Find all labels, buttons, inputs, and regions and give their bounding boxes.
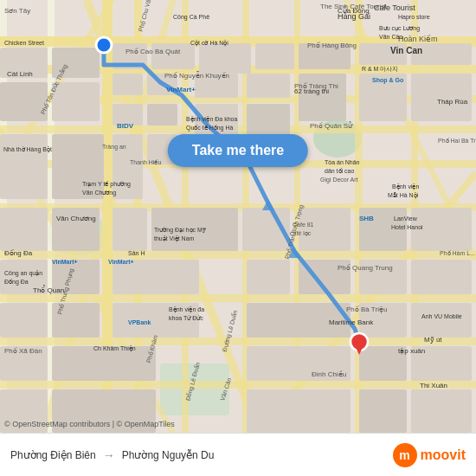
svg-rect-60 [299,208,351,251]
svg-text:Bưu cục Lương: Bưu cục Lương [379,25,420,32]
svg-rect-36 [113,74,143,95]
svg-rect-32 [255,43,294,69]
svg-text:SHB: SHB [359,215,374,222]
svg-text:Đống Đa: Đống Đa [4,279,29,286]
svg-text:dân tối cao: dân tối cao [325,168,354,174]
svg-text:Quốc tế Hồng Hà: Quốc tế Hồng Hà [186,125,234,132]
svg-rect-75 [411,303,472,338]
svg-text:Trạm Y tế phường: Trạm Y tế phường [82,181,131,188]
svg-text:khoa Tứ Đức: khoa Tứ Đức [169,315,203,321]
svg-text:BIDV: BIDV [117,122,134,130]
svg-rect-65 [113,260,199,294]
take-me-there-button[interactable]: Take me there [168,134,308,167]
svg-text:Thi Xuân: Thi Xuân [420,382,447,389]
route-arrow: → [103,448,115,462]
map: Cafe Tourist Vin Can Hoàn Kiếm Hàng Gai … [0,0,476,433]
svg-text:Trường Đại học Mỹ: Trường Đại học Mỹ [154,227,206,234]
svg-text:Hoàn Kiếm: Hoàn Kiếm [398,35,438,43]
svg-text:Cửa Đông: Cửa Đông [338,6,370,15]
svg-rect-57 [113,208,147,251]
svg-text:Phố Quân Sử: Phố Quân Sử [310,121,353,130]
svg-text:Mỹ út: Mỹ út [424,336,442,344]
end-location: Phường Nguyễn Du [122,449,215,461]
svg-text:Tòa án Nhân: Tòa án Nhân [325,159,360,165]
svg-text:Đinh Chiều: Đinh Chiều [312,370,346,378]
svg-text:Phố Bà Triệu: Phố Bà Triệu [346,306,387,313]
svg-text:Phố Quang Trung: Phố Quang Trung [338,264,393,272]
svg-text:Vin Can: Vin Can [390,46,422,55]
svg-text:Cột cờ Hà Nội: Cột cờ Hà Nội [190,40,228,47]
svg-text:Phố Xã Đàn: Phố Xã Đàn [4,347,42,355]
svg-text:Sân H: Sân H [128,250,145,256]
svg-text:Đống Đa: Đống Đa [4,249,33,257]
svg-rect-84 [359,389,407,433]
svg-text:Sơn Tây: Sơn Tây [4,7,30,15]
svg-text:Gigi Decor Art: Gigi Decor Art [320,177,358,183]
svg-text:VinMart+: VinMart+ [52,259,78,265]
svg-text:Shop & Go: Shop & Go [372,77,403,84]
svg-text:Văn Chương: Văn Chương [82,190,116,196]
svg-rect-45 [52,82,100,121]
svg-text:VPBank: VPBank [128,319,151,325]
svg-rect-40 [299,74,346,121]
svg-rect-46 [0,82,48,121]
moovit-icon: m [393,443,417,467]
svg-rect-66 [247,260,290,294]
svg-text:Công Cà Phê: Công Cà Phê [173,14,209,21]
svg-text:Cát Linh: Cát Linh [7,70,33,78]
svg-text:Tràng an: Tràng an [102,144,126,151]
svg-text:café lọc: café lọc [290,230,312,237]
bottom-bar: Phường Điện Biên → Phường Nguyễn Du m mo… [0,433,476,476]
svg-rect-77 [52,346,156,381]
svg-rect-55 [0,208,48,251]
svg-text:Nhà thờ Hàng Bột: Nhà thờ Hàng Bột [3,146,52,153]
svg-rect-70 [0,303,48,338]
svg-text:Maritime Bank: Maritime Bank [329,318,374,326]
moovit-logo: m moovit [393,443,466,467]
svg-text:Tháp Rùa: Tháp Rùa [437,98,468,106]
svg-rect-48 [147,104,177,125]
svg-text:Hapro store: Hapro store [398,14,430,21]
moovit-brand: moovit [421,447,466,463]
svg-rect-51 [0,134,48,199]
svg-text:Bệnh viện: Bệnh viện [392,183,419,190]
svg-text:VinMart+: VinMart+ [166,86,196,93]
svg-rect-31 [199,43,251,74]
route-info: Phường Điện Biên → Phường Nguyễn Du [10,448,393,462]
svg-rect-85 [411,389,472,433]
svg-text:Thanh Hiếu: Thanh Hiếu [130,159,161,165]
svg-text:Phố Hàm L...: Phố Hàm L... [440,250,475,256]
svg-text:Phố Nguyễn Khuyến: Phố Nguyễn Khuyến [164,71,229,80]
svg-text:Thổ Quan: Thổ Quan [33,285,64,294]
svg-text:Anh VU Mobile: Anh VU Mobile [421,313,462,319]
svg-text:R & M 마사지: R & M 마사지 [362,66,398,72]
start-location: Phường Điện Biên [10,449,96,461]
svg-rect-39 [247,74,290,98]
svg-point-88 [96,37,112,53]
svg-text:Văn Cân: Văn Cân [379,34,402,40]
svg-text:Bệnh viện đa: Bệnh viện đa [169,306,204,313]
svg-text:Hotel Hanoi: Hotel Hanoi [391,224,423,230]
svg-text:Chicken Street: Chicken Street [4,40,44,46]
svg-text:Bệnh viện Đa khoa: Bệnh viện Đa khoa [186,116,237,123]
svg-text:VinMart+: VinMart+ [108,259,134,265]
svg-text:Phố Hàng Bông: Phố Hàng Bông [307,42,357,49]
map-attribution: © OpenStreetMap contributors | © OpenMap… [4,420,175,428]
svg-text:LanView: LanView [394,215,418,222]
svg-text:Phố Hai Bà Trư...: Phố Hai Bà Trư... [438,138,476,144]
svg-text:Cafe 81: Cafe 81 [293,222,314,228]
svg-text:Phố Cao Bá Quát: Phố Cao Bá Quát [125,48,181,55]
svg-text:tập xuân: tập xuân [398,347,425,355]
svg-rect-83 [247,389,351,433]
svg-rect-20 [0,294,476,302]
svg-rect-69 [411,260,472,294]
svg-text:62 tràng thi: 62 tràng thi [294,87,329,95]
svg-text:Văn Chương: Văn Chương [56,215,96,222]
svg-text:Mắt Hà Nội: Mắt Hà Nội [388,192,419,199]
svg-text:Công an quận: Công an quận [4,270,42,277]
svg-text:thuật Việt Nam: thuật Việt Nam [154,235,195,242]
svg-text:Ch Khâm Thiện: Ch Khâm Thiện [93,345,136,352]
